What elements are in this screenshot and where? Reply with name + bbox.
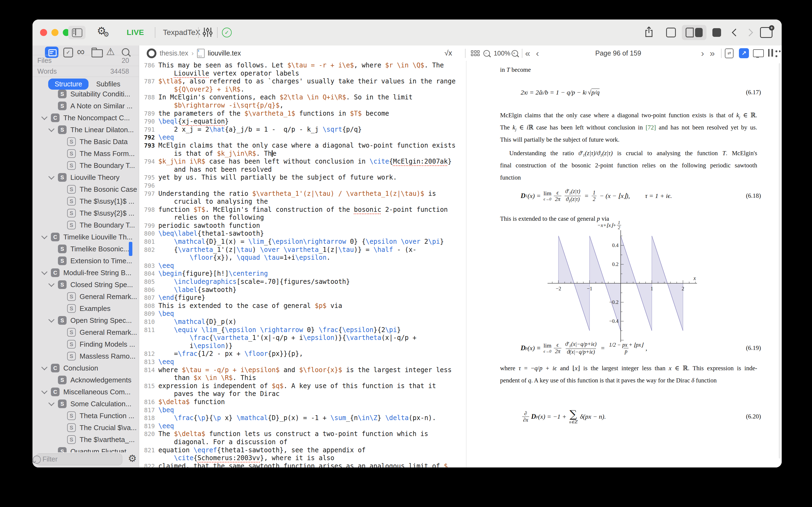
breadcrumb[interactable]: thesis.tex › tTEX liouville.tex xyxy=(147,46,241,61)
structure-item[interactable]: SLiouville Theory xyxy=(33,171,139,183)
pdf-preview[interactable]: in T become 2xj = 2âj/b = 1 − q/p − kj√p… xyxy=(466,61,782,467)
previous-page-button[interactable]: ‹ xyxy=(536,46,539,61)
chevron-down-icon[interactable] xyxy=(49,281,55,287)
chevron-down-icon[interactable] xyxy=(42,364,48,371)
chevron-down-icon[interactable] xyxy=(49,126,55,132)
jump-to-source-button[interactable]: ↗ xyxy=(739,46,749,61)
code-line[interactable]: 815expression is independent of $q$. A k… xyxy=(139,382,466,390)
pdf-scrollbar[interactable] xyxy=(779,63,780,458)
code-line[interactable]: 820The $\delta$ function lets us constru… xyxy=(139,430,466,438)
code-line[interactable]: 801 \mathcal{D}_1(x) = \lim_{\epsilon\ri… xyxy=(139,238,466,246)
structure-item[interactable]: SSome Calculation... xyxy=(33,398,139,410)
structure-item[interactable]: SA Note on Similar ... xyxy=(33,100,139,112)
structure-item[interactable]: SThe $\vartheta_... xyxy=(33,434,139,446)
code-line[interactable]: 816$\delta$ function xyxy=(139,398,466,406)
code-line[interactable]: 789the parameters of the $\vartheta_1$ f… xyxy=(139,110,466,118)
code-line[interactable]: 817\beq xyxy=(139,406,466,414)
code-line[interactable]: 821equation \eqref{theta1-sawtooth}, see… xyxy=(139,446,466,454)
filter-scope-icon[interactable] xyxy=(33,456,41,464)
code-line[interactable]: 804\begin{figure}[h!]\centering xyxy=(139,270,466,278)
structure-item[interactable]: SThe Basic Data xyxy=(33,136,139,148)
code-line[interactable]: 800\beq\label{theta1-sawtooth} xyxy=(139,230,466,238)
filter-settings-gear-icon[interactable]: ⚙ xyxy=(128,453,137,464)
structure-item[interactable]: SMassless Ramo... xyxy=(33,350,139,362)
sliders-icon[interactable] xyxy=(202,26,213,39)
code-line[interactable]: \floor{x}), \qquad \tau=1+i\epsilon. xyxy=(139,254,466,262)
check-status-icon[interactable]: ✓ xyxy=(222,27,232,37)
code-line[interactable]: 818 \frac{\p}{\p x} \mathcal{D}_p(x) = -… xyxy=(139,414,466,422)
more-options-button[interactable] xyxy=(775,46,782,61)
breadcrumb-file[interactable]: liouville.tex xyxy=(208,49,241,57)
code-line[interactable]: relies on the following xyxy=(139,214,466,222)
structure-item[interactable]: SThe Bosonic Case xyxy=(33,183,139,195)
structure-item[interactable]: CModuli-free String B... xyxy=(33,267,139,279)
code-line[interactable]: 790\beql{xj-equation} xyxy=(139,118,466,126)
code-line[interactable]: 803\eeq xyxy=(139,262,466,270)
structure-item[interactable]: CMiscellaneous Com... xyxy=(33,386,139,398)
structure-item[interactable]: SThe Boundary T... xyxy=(33,160,139,171)
code-line[interactable]: 808This is extended to the case of gener… xyxy=(139,302,466,310)
code-line[interactable]: i\epsilon)} xyxy=(139,342,466,350)
structure-item[interactable]: SOpen String Spec... xyxy=(33,315,139,326)
chevron-down-icon[interactable] xyxy=(42,388,48,394)
chevron-down-icon[interactable] xyxy=(49,317,55,323)
thumbnail-grid-button[interactable] xyxy=(471,46,480,61)
presentation-button[interactable] xyxy=(753,46,764,61)
code-line[interactable]: diagonal. For a discussion of xyxy=(139,438,466,446)
code-line[interactable]: 805 \includegraphics[scale=.70]{figures/… xyxy=(139,278,466,286)
zoom-in-button[interactable]: + xyxy=(511,46,518,61)
history-forward-button[interactable] xyxy=(745,29,753,36)
code-line[interactable]: 822claimed, that the same sawtooth funct… xyxy=(139,462,466,467)
close-button[interactable] xyxy=(40,29,47,36)
sidebar-toggle-button[interactable] xyxy=(68,26,85,39)
minimize-button[interactable] xyxy=(51,29,58,36)
first-page-button[interactable]: « xyxy=(525,46,530,61)
new-window-button[interactable]: + xyxy=(760,27,772,38)
structure-item[interactable]: SThe $\susy{1}$ ... xyxy=(33,195,139,207)
code-line[interactable]: $b\rightarrow -i\sqrt{p/q}$, xyxy=(139,102,466,110)
structure-item[interactable]: SThe Crucial $\va... xyxy=(33,422,139,434)
code-line[interactable]: 795yet by us. This will partially be the… xyxy=(139,174,466,182)
structure-item[interactable]: SGeneral Remark... xyxy=(33,326,139,338)
structure-item[interactable]: CThe Noncompact C... xyxy=(33,112,139,124)
code-line[interactable]: \frac{\vartheta_1'(x|-q/p + i\epsilon)}{… xyxy=(139,334,466,342)
breadcrumb-root[interactable]: thesis.tex xyxy=(160,49,188,57)
code-line[interactable]: 791 2 x_j = 2\hat{a}_j/b = 1 - q/p - k_j… xyxy=(139,126,466,134)
zoom-level[interactable]: 100% xyxy=(494,46,510,61)
code-line[interactable]: 794$k_j\in i\R$ case has been left witho… xyxy=(139,158,466,166)
code-line[interactable]: Liouville vertex operator labels xyxy=(139,70,466,78)
chevron-down-icon[interactable] xyxy=(49,400,55,406)
structure-item[interactable]: SAcknowledgements xyxy=(33,374,139,386)
structure-item[interactable]: SGeneral Remark... xyxy=(33,291,139,302)
code-line[interactable]: 807\end{figure} xyxy=(139,294,466,302)
code-line[interactable]: crucial to analysing the xyxy=(139,198,466,206)
source-editor[interactable]: 786This may be seen as follows. Let $\ta… xyxy=(139,61,466,467)
code-line[interactable]: and has not been resolved xyxy=(139,166,466,174)
code-line[interactable]: \cite{Schomerus:2003vv}, where it is als… xyxy=(139,454,466,462)
code-line[interactable]: than $x \in \R$. This xyxy=(139,374,466,382)
history-back-button[interactable] xyxy=(732,29,740,36)
page-indicator[interactable]: Page 96 of 159 xyxy=(561,46,675,61)
structure-item[interactable]: SClosed String Spe... xyxy=(33,279,139,291)
tab-subfiles[interactable]: Subfiles xyxy=(96,80,120,88)
structure-item[interactable]: SThe Mass Form... xyxy=(33,148,139,160)
code-line[interactable]: 812 =\frac{1/2 - px + \floor{px}}{p}, xyxy=(139,350,466,358)
code-line[interactable]: 793McElgin claims that the only case whe… xyxy=(139,142,466,150)
layout-pdf-only-button[interactable] xyxy=(708,25,725,40)
code-line[interactable]: 814where $\tau = -q/p + i\epsilon$ and $… xyxy=(139,366,466,374)
code-line[interactable]: 819\eeq xyxy=(139,422,466,430)
structure-item[interactable]: SSuitability Conditi... xyxy=(33,88,139,100)
typeset-settings-button[interactable]: ⚙⚙ xyxy=(97,25,112,37)
structure-item[interactable]: SThe Linear Dilaton... xyxy=(33,124,139,136)
zoom-out-button[interactable]: − xyxy=(483,46,490,61)
code-line[interactable]: 809\beq xyxy=(139,310,466,318)
sync-scroll-button[interactable]: ⇄ xyxy=(725,46,734,61)
last-page-button[interactable]: » xyxy=(710,46,715,61)
structure-item[interactable]: SFinding Models ... xyxy=(33,338,139,350)
chevron-down-icon[interactable] xyxy=(49,174,55,180)
structure-item[interactable]: SThe Boundary T... xyxy=(33,219,139,231)
code-line[interactable]: 810 \mathcal{D}_p(x) xyxy=(139,318,466,326)
code-line[interactable]: 806 \label{sawtooth} xyxy=(139,286,466,294)
code-line[interactable]: is that of $k_j\in\R$. The xyxy=(139,150,466,158)
math-preview-button[interactable]: √x xyxy=(444,46,452,61)
